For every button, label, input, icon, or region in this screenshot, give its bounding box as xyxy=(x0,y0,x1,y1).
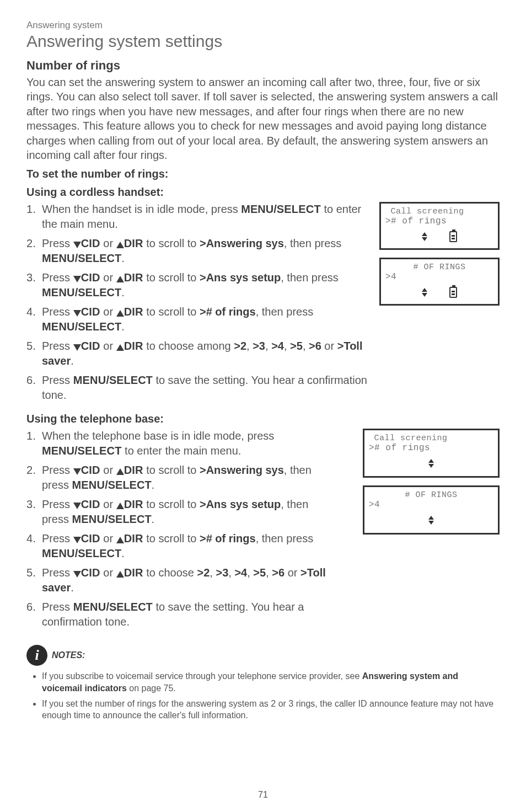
steps-handset: When the handset is in idle mode, press … xyxy=(26,202,372,403)
lcd-title: # OF RINGS xyxy=(385,263,493,272)
up-icon xyxy=(116,537,124,543)
lcd-screen: Call screening ># of rings xyxy=(363,429,500,478)
down-icon xyxy=(73,571,81,578)
lcd-line: >4 xyxy=(385,272,493,282)
down-icon xyxy=(73,310,81,317)
lcd-title: # OF RINGS xyxy=(369,490,493,500)
lcd-line: >4 xyxy=(369,500,493,510)
lcd-line: ># of rings xyxy=(385,216,493,226)
up-icon xyxy=(116,344,124,351)
intro-paragraph: You can set the answering system to answ… xyxy=(26,75,500,162)
step: When the telephone base is in idle mode,… xyxy=(26,429,335,458)
heading-base: Using the telephone base: xyxy=(26,413,500,425)
lcd-column: Call screening ># of rings # OF RINGS >4 xyxy=(363,429,500,542)
step: Press CID or DIR to scroll to >Answering… xyxy=(26,463,335,493)
lcd-screen: Call screening ># of rings xyxy=(379,202,500,250)
step: Press CID or DIR to scroll to ># of ring… xyxy=(26,531,335,561)
down-icon xyxy=(73,468,81,475)
page-number: 71 xyxy=(0,790,526,800)
updown-icon xyxy=(422,288,427,297)
updown-icon xyxy=(422,232,427,241)
steps-base: When the telephone base is in idle mode,… xyxy=(26,429,355,629)
down-icon xyxy=(73,276,81,282)
step: Press CID or DIR to scroll to >Answering… xyxy=(26,236,363,266)
notes-list: If you subscribe to voicemail service th… xyxy=(26,670,500,721)
step: Press CID or DIR to scroll to >Ans sys s… xyxy=(26,497,335,527)
info-icon: i xyxy=(26,645,47,666)
step: When the handset is in idle mode, press … xyxy=(26,202,372,232)
up-icon xyxy=(116,468,124,475)
lcd-line: Call screening xyxy=(369,434,493,443)
up-icon xyxy=(116,503,124,509)
battery-icon xyxy=(449,231,457,242)
up-icon xyxy=(116,310,124,317)
down-icon xyxy=(73,503,81,509)
battery-icon xyxy=(449,287,457,298)
heading-cordless: Using a cordless handset: xyxy=(26,186,500,199)
lcd-column: Call screening ># of rings # OF RINGS >4 xyxy=(379,202,500,313)
lcd-line: Call screening xyxy=(385,207,493,216)
note-item: If you subscribe to voicemail service th… xyxy=(42,670,500,694)
down-icon xyxy=(73,242,81,248)
up-icon xyxy=(116,276,124,282)
updown-icon xyxy=(428,459,434,468)
note-item: If you set the number of rings for the a… xyxy=(42,698,500,722)
step: Press MENU/SELECT to save the setting. Y… xyxy=(26,373,372,403)
step: Press CID or DIR to scroll to ># of ring… xyxy=(26,304,363,334)
down-icon xyxy=(73,344,81,351)
lcd-line: ># of rings xyxy=(369,443,493,453)
section-title: Answering system settings xyxy=(26,32,500,51)
breadcrumb: Answering system xyxy=(26,20,500,31)
heading-number-of-rings: Number of rings xyxy=(26,58,500,73)
updown-icon xyxy=(428,516,434,525)
step: Press CID or DIR to choose among >2, >3,… xyxy=(26,339,363,368)
up-icon xyxy=(116,571,124,578)
down-icon xyxy=(73,537,81,543)
heading-to-set: To set the number of rings: xyxy=(26,168,500,180)
notes-label: NOTES: xyxy=(52,650,85,660)
up-icon xyxy=(116,242,124,248)
step: Press CID or DIR to choose >2, >3, >4, >… xyxy=(26,565,335,595)
step: Press CID or DIR to scroll to >Ans sys s… xyxy=(26,270,363,300)
notes-header: i NOTES: xyxy=(26,645,500,666)
lcd-screen: # OF RINGS >4 xyxy=(379,258,500,306)
lcd-screen: # OF RINGS >4 xyxy=(363,485,500,535)
step: Press MENU/SELECT to save the setting. Y… xyxy=(26,600,355,629)
